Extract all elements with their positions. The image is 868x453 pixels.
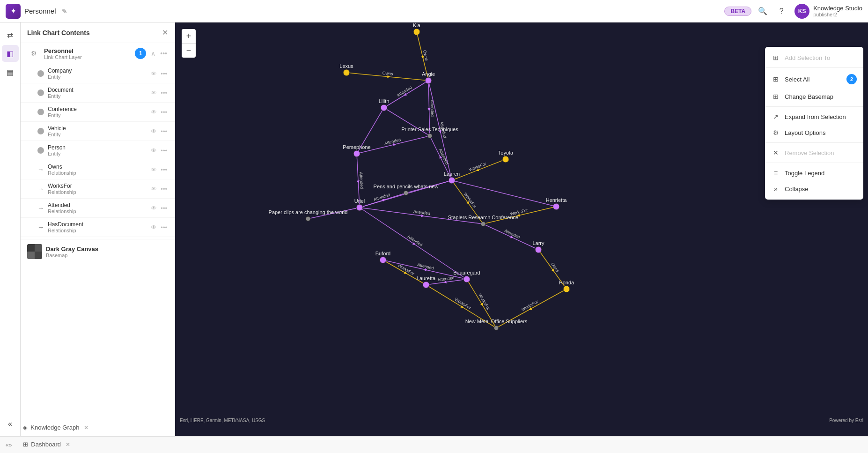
tab-close-button[interactable]: ✕	[84, 424, 88, 431]
iconbar-layers-button[interactable]: ◧	[2, 45, 19, 62]
entity-item-conference[interactable]: Conference Entity 👁 •••	[21, 103, 175, 122]
bottom-tabs: «» ◈ Knowledge Graph ✕ ⊞ Dashboard ✕ ✎ L…	[0, 436, 868, 453]
user-name: Knowledge Studio	[813, 5, 862, 12]
svg-text:Honda: Honda	[559, 280, 574, 285]
menu-item-icon: ⊞	[772, 75, 780, 83]
tab-label: Knowledge Graph	[30, 424, 79, 431]
map-attribution: Esri, HERE, Garmin, METI/NASA, USGS	[180, 418, 265, 423]
svg-point-84	[502, 156, 509, 163]
iconbar-swap-button[interactable]: ⇄	[2, 26, 19, 43]
layer-item-personnel[interactable]: ⚙ Personnel Link Chart Layer 1 ∧ •••	[21, 43, 175, 64]
menu-item-change-basemap[interactable]: ⊞ Change Basemap	[765, 89, 863, 104]
entity-visibility-button[interactable]: 👁	[150, 146, 158, 155]
menu-item-remove-selection: ✕ Remove Selection	[765, 145, 863, 161]
menu-item-label: Collapse	[785, 186, 809, 193]
tab-dashboard[interactable]: ⊞ Dashboard ✕	[17, 437, 94, 453]
zoom-in-button[interactable]: +	[182, 29, 196, 43]
menu-badge: 2	[846, 74, 857, 84]
menu-item-icon: ≡	[772, 169, 780, 177]
tabs-container: ◈ Knowledge Graph ✕ ⊞ Dashboard ✕ ✎ Link…	[17, 420, 94, 453]
svg-text:Larry: Larry	[532, 240, 544, 246]
entity-visibility-button[interactable]: 👁	[150, 89, 158, 97]
sidebar-close-button[interactable]: ✕	[162, 28, 168, 37]
layer-collapse-button[interactable]: ∧	[150, 49, 156, 58]
entity-visibility-button[interactable]: 👁	[150, 108, 158, 117]
layer-more-button[interactable]: •••	[159, 49, 168, 58]
svg-text:Lilith: Lilith	[379, 98, 390, 104]
entity-dot-icon	[37, 128, 44, 134]
entity-more-button[interactable]: •••	[160, 185, 168, 193]
entity-dot-icon	[37, 70, 44, 77]
main-area: ⇄ ◧ ▤ « Link Chart Contents ✕ ⚙ Personne…	[0, 22, 868, 436]
zoom-out-button[interactable]: −	[182, 44, 196, 58]
layer-name: Personnel	[44, 47, 131, 54]
entity-more-button[interactable]: •••	[160, 108, 168, 117]
svg-point-100	[380, 257, 386, 263]
entity-more-button[interactable]: •••	[160, 89, 168, 97]
user-menu[interactable]: KS Knowledge Studio publisher2	[794, 4, 862, 19]
entity-item-hasdocument[interactable]: → HasDocument Relationship 👁 •••	[21, 218, 175, 237]
svg-point-92	[553, 203, 559, 210]
svg-point-86	[449, 177, 455, 184]
menu-item-layout-options[interactable]: ⚙ Layout Options	[765, 125, 863, 141]
entity-visibility-button[interactable]: 👁	[150, 165, 158, 174]
entity-item-person[interactable]: Person Entity 👁 •••	[21, 141, 175, 160]
entity-visibility-button[interactable]: 👁	[150, 204, 158, 213]
menu-item-icon: ⊞	[772, 93, 780, 100]
entity-more-button[interactable]: •••	[160, 127, 168, 136]
entity-dot-icon	[37, 147, 44, 154]
svg-point-88	[404, 191, 408, 195]
entity-item-attended[interactable]: → Attended Relationship 👁 •••	[21, 199, 175, 218]
menu-divider	[765, 142, 863, 143]
entity-visibility-button[interactable]: 👁	[150, 69, 158, 78]
menu-item-collapse[interactable]: » Collapse	[765, 181, 863, 197]
entity-more-button[interactable]: •••	[160, 165, 168, 174]
entity-item-vehicle[interactable]: Vehicle Entity 👁 •••	[21, 122, 175, 141]
menu-item-toggle-legend[interactable]: ≡ Toggle Legend	[765, 165, 863, 181]
entity-more-button[interactable]: •••	[160, 223, 168, 232]
iconbar-collapse-button[interactable]: «	[2, 416, 19, 432]
svg-text:Lexus: Lexus	[339, 63, 353, 69]
svg-point-94	[306, 216, 310, 221]
svg-text:Attended: Attended	[384, 137, 401, 146]
help-button[interactable]: ?	[774, 4, 789, 19]
edit-title-icon[interactable]: ✎	[62, 7, 67, 15]
app-title: Personnel	[24, 7, 56, 15]
map-area: OwnsOwnsAttendedAttendedAttendedAttended…	[175, 22, 868, 436]
map-attribution-right: Powered by Esri	[829, 418, 863, 423]
entity-more-button[interactable]: •••	[160, 69, 168, 78]
iconbar-table-button[interactable]: ▤	[2, 64, 19, 81]
svg-text:Lauretta: Lauretta	[417, 275, 436, 281]
svg-text:Persephone: Persephone	[343, 144, 370, 150]
svg-text:Lauren: Lauren	[444, 171, 460, 177]
tab-icon: ◈	[23, 424, 28, 431]
menu-item-select-all[interactable]: ⊞ Select All 2	[765, 70, 863, 89]
tab-close-button[interactable]: ✕	[66, 441, 70, 448]
basemap-name: Dark Gray Canvas	[46, 245, 168, 252]
sidebar-header: Link Chart Contents ✕	[21, 22, 175, 43]
menu-item-icon: ↗	[772, 113, 780, 120]
entity-visibility-button[interactable]: 👁	[150, 185, 158, 193]
entity-visibility-button[interactable]: 👁	[150, 127, 158, 136]
basemap-item: Dark Gray Canvas Basemap	[21, 239, 175, 264]
svg-point-96	[481, 222, 485, 226]
menu-item-label: Select All	[785, 76, 809, 83]
svg-text:Owns: Owns	[382, 70, 393, 76]
tabs-expand-button[interactable]: «»	[4, 440, 14, 450]
svg-point-108	[494, 326, 499, 330]
entity-item-worksfor[interactable]: → WorksFor Relationship 👁 •••	[21, 179, 175, 199]
menu-item-label: Expand from Selection	[785, 113, 846, 120]
entity-item-owns[interactable]: → Owns Relationship 👁 •••	[21, 160, 175, 179]
entity-more-button[interactable]: •••	[160, 204, 168, 213]
entity-item-document[interactable]: Document Entity 👁 •••	[21, 83, 175, 103]
entity-item-company[interactable]: Company Entity 👁 •••	[21, 64, 175, 83]
tab-knowledge-graph[interactable]: ◈ Knowledge Graph ✕	[17, 420, 94, 437]
entity-visibility-button[interactable]: 👁	[150, 223, 158, 232]
menu-item-expand-from-selection[interactable]: ↗ Expand from Selection	[765, 109, 863, 125]
entity-more-button[interactable]: •••	[160, 146, 168, 155]
menu-item-icon: »	[772, 185, 780, 193]
menu-item-icon: ⊞	[772, 54, 780, 61]
icon-bar: ⇄ ◧ ▤ «	[0, 22, 21, 436]
search-button[interactable]: 🔍	[755, 4, 770, 19]
svg-text:Pens and pencils whats new: Pens and pencils whats new	[374, 184, 439, 189]
